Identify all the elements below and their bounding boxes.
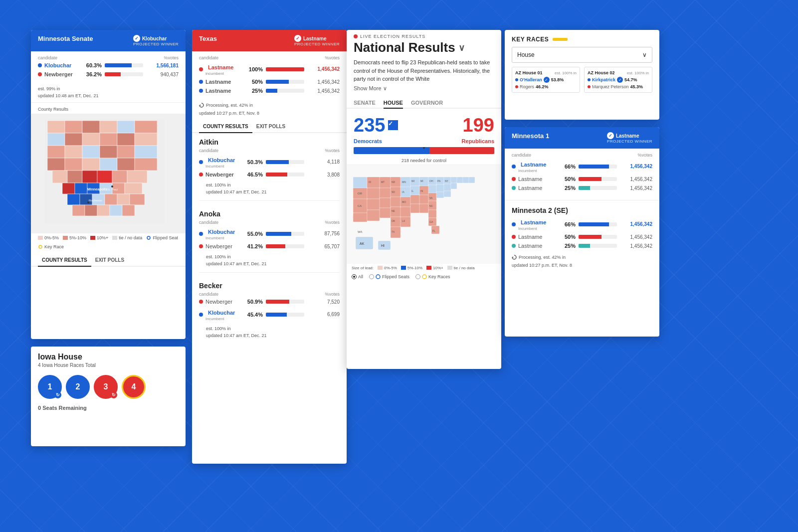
seat-counts: 235 ✓ 199 (347, 109, 501, 138)
tab-senate[interactable]: SENATE (354, 98, 376, 109)
svg-rect-12 (135, 133, 157, 146)
svg-text:PA: PA (437, 179, 441, 182)
check-circle-icon: ✓ (294, 35, 301, 42)
texas-cand-3: Lastname 25% 1,456,342 (199, 88, 340, 94)
key-races-dropdown[interactable]: House ∨ (512, 47, 652, 63)
svg-rect-103 (463, 177, 469, 183)
svg-text:WA: WA (358, 230, 362, 233)
live-dot-icon (354, 34, 358, 38)
mn2-section: Minnesota 2 (SE) Lastname Incumbent 66% … (505, 202, 659, 249)
svg-rect-37 (67, 194, 80, 205)
svg-rect-104 (469, 177, 475, 183)
svg-rect-21 (82, 158, 100, 171)
national-description: Democrats need to flip 23 Republican-hel… (347, 58, 501, 83)
svg-rect-44 (85, 205, 97, 216)
svg-rect-67 (380, 208, 391, 218)
mn-senate-header: Minnesota Senate ✓ Klobuchar PROJECTED W… (31, 30, 186, 51)
county-anoka: Anoka candidate%votes Klobuchar Incumben… (192, 205, 347, 268)
show-more-button[interactable]: Show More ∨ (347, 83, 501, 94)
az-house-01-card: AZ House 01 est. 100% in O'Halleran ✓ 53… (512, 67, 580, 93)
yellow-bar-icon (553, 38, 568, 41)
svg-rect-45 (97, 205, 110, 216)
radio-icon (352, 274, 357, 279)
svg-rect-10 (100, 133, 117, 146)
us-map: AK HI WA OR CA ID MT ND SD MN WI MI NE I… (347, 164, 501, 264)
svg-text:MN: MN (402, 180, 406, 183)
texas-updated: updated 10:27 p.m. ET, Nov. 8 (192, 109, 347, 118)
svg-rect-6 (135, 121, 157, 133)
red-dot-icon (38, 72, 42, 76)
seat-labels: Democrats Republicans (347, 138, 501, 144)
svg-text:IA: IA (402, 190, 404, 193)
svg-point-53 (147, 236, 150, 239)
svg-rect-20 (65, 158, 82, 171)
svg-rect-56 (353, 177, 367, 188)
svg-rect-1 (47, 121, 65, 133)
mn-senate-tabs: COUNTY RESULTS EXIT POLLS (31, 254, 186, 267)
iowa-circle-2: 2 (66, 375, 90, 399)
svg-text:OR: OR (358, 192, 363, 195)
svg-text:CA: CA (358, 204, 362, 207)
svg-rect-11 (117, 133, 135, 146)
projected-label: PROJECTED WINNER (133, 42, 179, 46)
iowa-circle-3: 3 ↻ (94, 375, 118, 399)
candidate-row-klobuchar: Klobuchar 60.3% 1,566,181 (38, 62, 179, 68)
chevron-down-icon: ∨ (383, 85, 387, 92)
svg-rect-29 (112, 171, 127, 183)
tab-house[interactable]: HOUSE (384, 98, 403, 109)
svg-rect-91 (428, 210, 436, 218)
svg-rect-15 (82, 146, 100, 158)
svg-rect-25 (52, 171, 67, 183)
svg-rect-7 (47, 133, 65, 146)
svg-rect-95 (436, 184, 444, 192)
svg-text:ND: ND (392, 180, 396, 183)
tab-exit-polls-tx[interactable]: EXIT POLLS (252, 121, 289, 133)
svg-text:OK: OK (392, 219, 396, 222)
svg-rect-65 (380, 188, 391, 198)
tab-governor[interactable]: GOVERNOR (411, 98, 443, 109)
svg-rect-19 (47, 158, 65, 171)
svg-text:LA: LA (402, 219, 405, 222)
filter-key-races[interactable]: Key Races (415, 274, 450, 279)
map-filters: All Flipped Seats Key Races (347, 272, 501, 281)
refresh-icon: ↻ (54, 391, 61, 398)
radio-icon (369, 274, 374, 279)
chevron-down-icon: ∨ (642, 51, 647, 58)
svg-rect-9 (82, 133, 100, 146)
svg-rect-22 (100, 158, 117, 171)
texas-winner-badge: ✓ Lastname (294, 35, 340, 42)
tab-county-results[interactable]: COUNTY RESULTS (38, 254, 91, 267)
svg-point-135 (422, 275, 426, 279)
svg-rect-99 (444, 191, 451, 197)
svg-rect-43 (72, 205, 85, 216)
svg-rect-46 (110, 205, 122, 216)
county-becker: Becker candidate%votes Newberger 50.9% 7… (192, 277, 347, 340)
filter-all[interactable]: All (352, 274, 363, 279)
red-dot-icon (199, 67, 203, 71)
texas-card: Texas ✓ Lastname PROJECTED WINNER candid… (192, 30, 347, 464)
mn-map: Minneapolis St. Paul Rochester (31, 114, 186, 233)
chevron-down-icon[interactable]: ∨ (458, 42, 465, 53)
tab-exit-polls[interactable]: EXIT POLLS (91, 254, 128, 267)
svg-rect-82 (410, 204, 419, 213)
svg-point-51 (87, 201, 89, 203)
key-races-card: KEY RACES House ∨ AZ House 01 est. 100% … (505, 30, 659, 120)
mn2-title: Minnesota 2 (SE) (512, 206, 652, 214)
vote-bar-newberger (105, 72, 143, 76)
svg-rect-32 (75, 183, 87, 194)
mn-senate-updated: updated 10:48 am ET, Dec. 21 (31, 91, 186, 100)
svg-rect-42 (130, 194, 145, 205)
svg-rect-36 (125, 183, 142, 194)
iowa-circle-4: 4 (122, 375, 146, 399)
svg-rect-66 (380, 198, 391, 208)
filter-flipped[interactable]: Flipped Seats (369, 274, 409, 279)
svg-rect-102 (457, 177, 463, 183)
svg-rect-18 (135, 146, 157, 158)
mn1-header: Minnesota 1 ✓ Lastname PROJECTED WINNER (505, 127, 659, 149)
svg-rect-26 (67, 171, 82, 183)
iowa-remaining: 0 Seats Remaining (31, 403, 186, 413)
svg-text:NC: NC (429, 204, 433, 207)
svg-text:IN: IN (420, 189, 423, 192)
svg-rect-28 (97, 171, 112, 183)
tab-county-results-tx[interactable]: COUNTY RESULTS (199, 121, 252, 133)
